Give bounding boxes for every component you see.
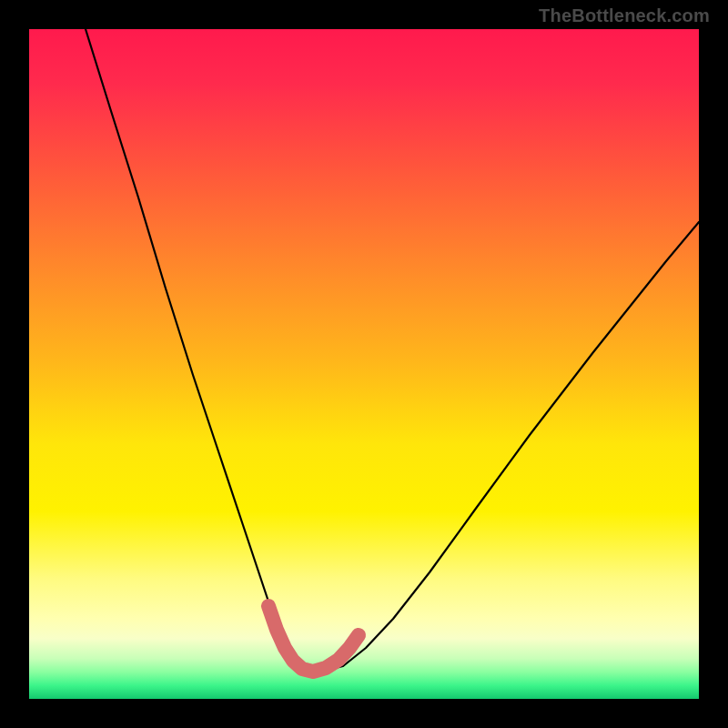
watermark-text: TheBottleneck.com xyxy=(539,5,710,26)
plot-area xyxy=(29,29,699,699)
main-curve xyxy=(86,29,699,672)
highlight-segment xyxy=(268,606,359,672)
curve-layer xyxy=(29,29,699,699)
chart-frame: TheBottleneck.com xyxy=(0,0,728,728)
